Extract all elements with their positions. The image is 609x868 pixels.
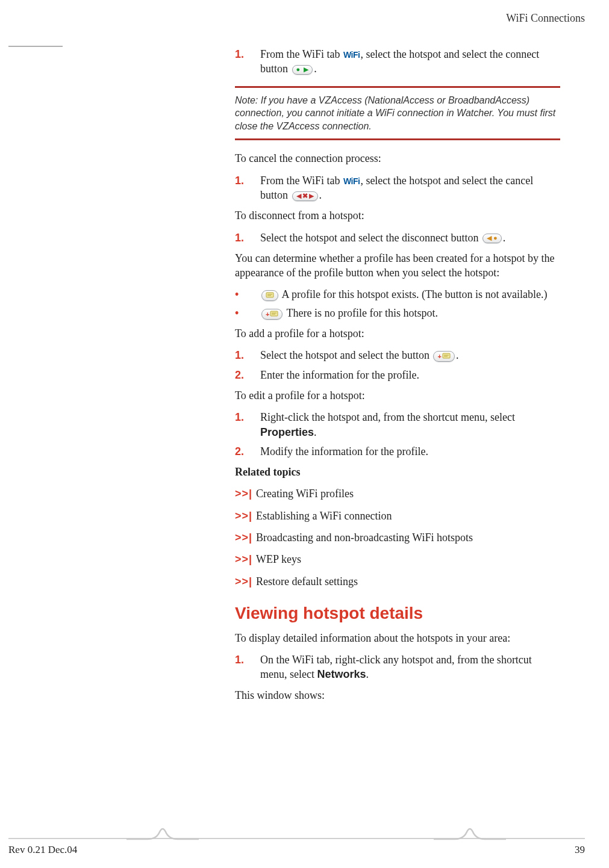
svg-rect-3 — [270, 311, 278, 316]
step-text: . — [319, 189, 322, 201]
related-link-row[interactable]: >>|Establishing a WiFi connection — [235, 509, 560, 523]
section-heading: Viewing hotspot details — [235, 602, 560, 625]
profile-add-icon: + — [261, 309, 283, 320]
page-number: 39 — [575, 843, 585, 857]
note-text: If you have a VZAccess (NationalAccess o… — [235, 95, 555, 131]
disconnect-intro: To disconnect from a hotspot: — [235, 208, 560, 223]
step-text: Modify the information for the profile. — [260, 445, 428, 457]
list-marker: 1. — [235, 653, 253, 667]
link-arrow-icon: >>| — [235, 532, 252, 544]
step-disconnect: 1. Select the hotspot and select the dis… — [235, 231, 560, 245]
step-connect: 1. From the WiFi tab WiFi, select the ho… — [235, 47, 560, 76]
related-link-row[interactable]: >>|Restore default settings — [235, 574, 560, 589]
related-link[interactable]: Restore default settings — [256, 575, 358, 587]
menu-item-networks: Networks — [317, 668, 366, 680]
footer-wave-icon — [434, 827, 506, 849]
profile-exists-item: A profile for this hotspot exists. (The … — [235, 287, 560, 302]
step-text: On the WiFi tab, right-click any hotspot… — [260, 654, 532, 680]
step-text: Enter the information for the profile. — [260, 369, 419, 381]
profile-intro: You can determine whether a profile has … — [235, 251, 560, 281]
step-cancel: 1. From the WiFi tab WiFi, select the ho… — [235, 173, 560, 203]
list-marker: 1. — [235, 173, 253, 188]
list-marker: 2. — [235, 368, 253, 382]
step-text: From the WiFi tab — [260, 175, 343, 187]
step-edit-2: 2. Modify the information for the profil… — [235, 444, 560, 459]
note-label: Note: — [235, 95, 258, 105]
profile-exists-text: A profile for this hotspot exists. (The … — [280, 288, 547, 300]
step-text: . — [366, 668, 369, 680]
related-link-row[interactable]: >>|Creating WiFi profiles — [235, 486, 560, 501]
cancel-button-icon: ✖ — [292, 191, 318, 201]
related-link[interactable]: Creating WiFi profiles — [256, 488, 354, 500]
related-link-row[interactable]: >>|Broadcasting and non-broadcasting WiF… — [235, 530, 560, 545]
running-header: WiFi Connections — [506, 11, 585, 25]
step-text: Select the hotspot and select the button — [260, 349, 432, 361]
related-topics-heading: Related topics — [235, 465, 560, 479]
cancel-intro: To cancel the connection process: — [235, 151, 560, 166]
list-marker: 1. — [235, 410, 253, 424]
step-text: Select the hotspot and select the discon… — [260, 232, 481, 244]
header-rule — [8, 46, 63, 47]
step-text: . — [503, 232, 506, 244]
svg-rect-6 — [443, 353, 450, 358]
svg-rect-0 — [266, 293, 273, 297]
step-text: . — [314, 63, 317, 75]
related-link[interactable]: WEP keys — [256, 553, 301, 565]
disconnect-button-icon — [483, 234, 502, 243]
related-link[interactable]: Broadcasting and non-broadcasting WiFi h… — [256, 532, 473, 544]
note-callout: Note: If you have a VZAccess (NationalAc… — [235, 86, 560, 141]
link-arrow-icon: >>| — [235, 510, 252, 522]
step-text: . — [456, 349, 459, 361]
section2-tail: This window shows: — [235, 688, 560, 702]
profile-none-text: There is no profile for this hotspot. — [284, 307, 438, 319]
wifi-tab-icon: WiFi — [343, 176, 360, 187]
add-intro: To add a profile for a hotspot: — [235, 326, 560, 341]
profile-none-item: + There is no profile for this hotspot. — [235, 306, 560, 320]
step-edit-1: 1. Right-click the hotspot and, from the… — [235, 410, 560, 439]
section2-intro: To display detailed information about th… — [235, 631, 560, 645]
step-text: . — [314, 426, 317, 438]
list-marker: 1. — [235, 231, 253, 245]
related-link[interactable]: Establishing a WiFi connection — [256, 510, 392, 522]
list-marker: 2. — [235, 444, 253, 459]
step-view-details: 1. On the WiFi tab, right-click any hots… — [235, 653, 560, 682]
step-add-1: 1. Select the hotspot and select the but… — [235, 348, 560, 362]
body-column: 1. From the WiFi tab WiFi, select the ho… — [235, 47, 560, 710]
profile-exists-icon — [261, 290, 278, 301]
step-text: From the WiFi tab — [260, 48, 343, 60]
connect-button-icon — [292, 65, 313, 75]
related-link-row[interactable]: >>|WEP keys — [235, 552, 560, 566]
link-arrow-icon: >>| — [235, 575, 252, 587]
revision-text: Rev 0.21 Dec.04 — [8, 843, 77, 857]
menu-item-properties: Properties — [260, 426, 314, 438]
link-arrow-icon: >>| — [235, 553, 252, 565]
step-text: Right-click the hotspot and, from the sh… — [260, 411, 515, 423]
step-add-2: 2. Enter the information for the profile… — [235, 368, 560, 382]
list-marker: 1. — [235, 348, 253, 362]
footer-wave-icon — [126, 827, 199, 849]
page-footer: Rev 0.21 Dec.04 39 — [0, 827, 609, 857]
list-marker: 1. — [235, 47, 253, 61]
link-arrow-icon: >>| — [235, 488, 252, 500]
edit-intro: To edit a profile for a hotspot: — [235, 388, 560, 403]
profile-add-icon: + — [433, 351, 454, 362]
wifi-tab-icon: WiFi — [343, 49, 360, 61]
